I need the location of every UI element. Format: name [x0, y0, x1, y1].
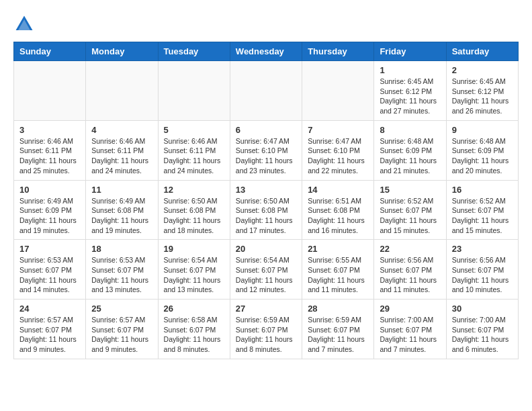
day-number: 16 — [452, 185, 513, 195]
calendar-cell: 20Sunrise: 6:54 AM Sunset: 6:07 PM Dayli… — [230, 240, 302, 300]
logo — [13, 13, 39, 35]
calendar-cell: 29Sunrise: 7:00 AM Sunset: 6:07 PM Dayli… — [374, 300, 446, 359]
calendar-cell — [14, 61, 86, 121]
weekday-header-row: SundayMondayTuesdayWednesdayThursdayFrid… — [14, 42, 519, 61]
calendar-cell: 7Sunrise: 6:47 AM Sunset: 6:10 PM Daylig… — [302, 120, 374, 180]
day-info: Sunrise: 6:59 AM Sunset: 6:07 PM Dayligh… — [308, 315, 368, 355]
day-number: 10 — [19, 185, 80, 195]
day-number: 8 — [380, 125, 440, 135]
calendar-cell: 1Sunrise: 6:45 AM Sunset: 6:12 PM Daylig… — [374, 61, 446, 121]
day-number: 1 — [380, 65, 440, 75]
day-number: 21 — [308, 244, 368, 254]
calendar-cell: 14Sunrise: 6:51 AM Sunset: 6:08 PM Dayli… — [302, 180, 374, 240]
calendar-cell: 8Sunrise: 6:48 AM Sunset: 6:09 PM Daylig… — [374, 120, 446, 180]
day-info: Sunrise: 6:46 AM Sunset: 6:11 PM Dayligh… — [91, 136, 152, 176]
calendar-cell: 18Sunrise: 6:53 AM Sunset: 6:07 PM Dayli… — [86, 240, 158, 300]
day-info: Sunrise: 6:47 AM Sunset: 6:10 PM Dayligh… — [308, 136, 368, 176]
calendar-cell: 9Sunrise: 6:48 AM Sunset: 6:09 PM Daylig… — [446, 120, 518, 180]
calendar-cell: 24Sunrise: 6:57 AM Sunset: 6:07 PM Dayli… — [14, 300, 86, 359]
weekday-header-friday: Friday — [374, 42, 446, 61]
day-info: Sunrise: 6:54 AM Sunset: 6:07 PM Dayligh… — [164, 255, 224, 295]
day-info: Sunrise: 6:57 AM Sunset: 6:07 PM Dayligh… — [91, 315, 152, 355]
page-header — [13, 13, 519, 35]
day-number: 30 — [452, 304, 513, 314]
day-info: Sunrise: 6:59 AM Sunset: 6:07 PM Dayligh… — [236, 315, 296, 355]
day-number: 17 — [19, 244, 80, 254]
day-info: Sunrise: 6:53 AM Sunset: 6:07 PM Dayligh… — [19, 255, 80, 295]
calendar-cell: 4Sunrise: 6:46 AM Sunset: 6:11 PM Daylig… — [86, 120, 158, 180]
day-info: Sunrise: 6:51 AM Sunset: 6:08 PM Dayligh… — [308, 196, 368, 236]
day-info: Sunrise: 6:56 AM Sunset: 6:07 PM Dayligh… — [452, 255, 513, 295]
calendar-cell: 5Sunrise: 6:46 AM Sunset: 6:11 PM Daylig… — [158, 120, 230, 180]
day-info: Sunrise: 6:53 AM Sunset: 6:07 PM Dayligh… — [91, 255, 152, 295]
calendar-cell: 17Sunrise: 6:53 AM Sunset: 6:07 PM Dayli… — [14, 240, 86, 300]
day-info: Sunrise: 6:49 AM Sunset: 6:09 PM Dayligh… — [19, 196, 80, 236]
weekday-header-monday: Monday — [86, 42, 158, 61]
day-number: 11 — [91, 185, 152, 195]
day-number: 23 — [452, 244, 513, 254]
calendar-cell: 27Sunrise: 6:59 AM Sunset: 6:07 PM Dayli… — [230, 300, 302, 359]
calendar-week-row: 3Sunrise: 6:46 AM Sunset: 6:11 PM Daylig… — [14, 120, 519, 180]
calendar-cell: 30Sunrise: 7:00 AM Sunset: 6:07 PM Dayli… — [446, 300, 518, 359]
calendar-cell: 25Sunrise: 6:57 AM Sunset: 6:07 PM Dayli… — [86, 300, 158, 359]
weekday-header-thursday: Thursday — [302, 42, 374, 61]
day-info: Sunrise: 6:50 AM Sunset: 6:08 PM Dayligh… — [164, 196, 224, 236]
day-number: 19 — [164, 244, 224, 254]
day-number: 7 — [308, 125, 368, 135]
day-number: 15 — [380, 185, 440, 195]
calendar-cell: 3Sunrise: 6:46 AM Sunset: 6:11 PM Daylig… — [14, 120, 86, 180]
day-info: Sunrise: 6:46 AM Sunset: 6:11 PM Dayligh… — [164, 136, 224, 176]
day-info: Sunrise: 6:49 AM Sunset: 6:08 PM Dayligh… — [91, 196, 152, 236]
day-number: 27 — [236, 304, 296, 314]
logo-icon — [13, 13, 35, 35]
day-number: 2 — [452, 65, 513, 75]
day-number: 13 — [236, 185, 296, 195]
day-number: 14 — [308, 185, 368, 195]
calendar-cell: 10Sunrise: 6:49 AM Sunset: 6:09 PM Dayli… — [14, 180, 86, 240]
calendar-week-row: 10Sunrise: 6:49 AM Sunset: 6:09 PM Dayli… — [14, 180, 519, 240]
day-number: 22 — [380, 244, 440, 254]
calendar-cell: 23Sunrise: 6:56 AM Sunset: 6:07 PM Dayli… — [446, 240, 518, 300]
day-info: Sunrise: 7:00 AM Sunset: 6:07 PM Dayligh… — [380, 315, 440, 355]
day-info: Sunrise: 6:48 AM Sunset: 6:09 PM Dayligh… — [452, 136, 513, 176]
day-info: Sunrise: 6:52 AM Sunset: 6:07 PM Dayligh… — [380, 196, 440, 236]
day-number: 12 — [164, 185, 224, 195]
calendar-cell: 6Sunrise: 6:47 AM Sunset: 6:10 PM Daylig… — [230, 120, 302, 180]
day-info: Sunrise: 6:45 AM Sunset: 6:12 PM Dayligh… — [380, 77, 440, 116]
calendar-cell — [302, 61, 374, 121]
day-info: Sunrise: 6:55 AM Sunset: 6:07 PM Dayligh… — [308, 255, 368, 295]
calendar-cell — [230, 61, 302, 121]
calendar-cell: 12Sunrise: 6:50 AM Sunset: 6:08 PM Dayli… — [158, 180, 230, 240]
day-number: 6 — [236, 125, 296, 135]
calendar-cell: 11Sunrise: 6:49 AM Sunset: 6:08 PM Dayli… — [86, 180, 158, 240]
weekday-header-wednesday: Wednesday — [230, 42, 302, 61]
day-info: Sunrise: 6:50 AM Sunset: 6:08 PM Dayligh… — [236, 196, 296, 236]
day-info: Sunrise: 7:00 AM Sunset: 6:07 PM Dayligh… — [452, 315, 513, 355]
day-info: Sunrise: 6:47 AM Sunset: 6:10 PM Dayligh… — [236, 136, 296, 176]
day-info: Sunrise: 6:58 AM Sunset: 6:07 PM Dayligh… — [164, 315, 224, 355]
day-number: 9 — [452, 125, 513, 135]
day-number: 25 — [91, 304, 152, 314]
calendar-table: SundayMondayTuesdayWednesdayThursdayFrid… — [13, 42, 519, 359]
day-info: Sunrise: 6:57 AM Sunset: 6:07 PM Dayligh… — [19, 315, 80, 355]
calendar-cell — [158, 61, 230, 121]
calendar-cell: 21Sunrise: 6:55 AM Sunset: 6:07 PM Dayli… — [302, 240, 374, 300]
calendar-cell: 15Sunrise: 6:52 AM Sunset: 6:07 PM Dayli… — [374, 180, 446, 240]
day-number: 26 — [164, 304, 224, 314]
day-info: Sunrise: 6:54 AM Sunset: 6:07 PM Dayligh… — [236, 255, 296, 295]
calendar-cell — [86, 61, 158, 121]
weekday-header-sunday: Sunday — [14, 42, 86, 61]
day-number: 24 — [19, 304, 80, 314]
day-info: Sunrise: 6:45 AM Sunset: 6:12 PM Dayligh… — [452, 77, 513, 116]
calendar-cell: 26Sunrise: 6:58 AM Sunset: 6:07 PM Dayli… — [158, 300, 230, 359]
day-info: Sunrise: 6:52 AM Sunset: 6:07 PM Dayligh… — [452, 196, 513, 236]
day-number: 5 — [164, 125, 224, 135]
day-info: Sunrise: 6:48 AM Sunset: 6:09 PM Dayligh… — [380, 136, 440, 176]
day-info: Sunrise: 6:56 AM Sunset: 6:07 PM Dayligh… — [380, 255, 440, 295]
calendar-cell: 2Sunrise: 6:45 AM Sunset: 6:12 PM Daylig… — [446, 61, 518, 121]
day-number: 28 — [308, 304, 368, 314]
day-info: Sunrise: 6:46 AM Sunset: 6:11 PM Dayligh… — [19, 136, 80, 176]
calendar-week-row: 17Sunrise: 6:53 AM Sunset: 6:07 PM Dayli… — [14, 240, 519, 300]
calendar-cell: 28Sunrise: 6:59 AM Sunset: 6:07 PM Dayli… — [302, 300, 374, 359]
day-number: 3 — [19, 125, 80, 135]
